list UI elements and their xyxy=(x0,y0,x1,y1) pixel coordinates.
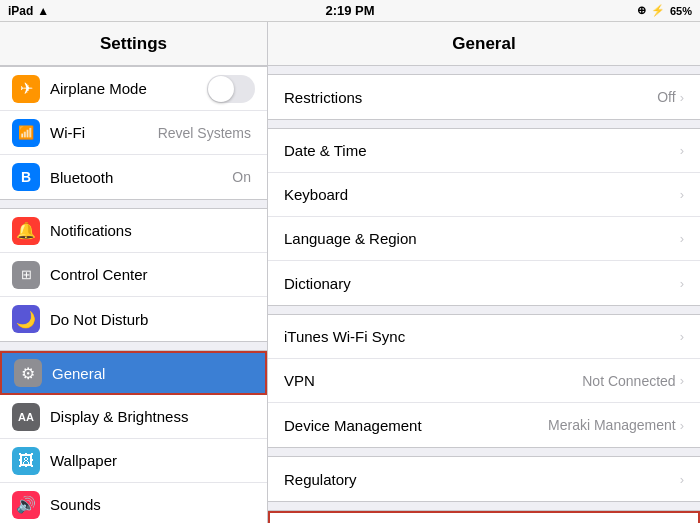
right-group-regulatory: Regulatory › xyxy=(268,456,700,502)
wifi-value: Revel Systems xyxy=(158,125,251,141)
dictionary-label: Dictionary xyxy=(284,275,680,292)
right-panel: Restrictions Off › Date & Time › Keyboar… xyxy=(268,66,700,523)
itunes-chevron: › xyxy=(680,329,684,344)
sidebar: ✈ Airplane Mode 📶 Wi-Fi Revel Systems B … xyxy=(0,66,268,523)
keyboard-label: Keyboard xyxy=(284,186,680,203)
airplane-icon: ✈ xyxy=(12,75,40,103)
datetime-label: Date & Time xyxy=(284,142,680,159)
toggle-knob xyxy=(208,76,234,102)
right-item-language[interactable]: Language & Region › xyxy=(268,217,700,261)
wifi-label: Wi-Fi xyxy=(50,124,158,141)
bluetooth-label: Bluetooth xyxy=(50,169,232,186)
sidebar-item-sounds[interactable]: 🔊 Sounds xyxy=(0,483,267,523)
right-item-itunes[interactable]: iTunes Wi-Fi Sync › xyxy=(268,315,700,359)
controlcenter-icon: ⊞ xyxy=(12,261,40,289)
general-header: General xyxy=(268,22,700,65)
sidebar-group-connectivity: ✈ Airplane Mode 📶 Wi-Fi Revel Systems B … xyxy=(0,66,267,200)
wallpaper-icon: 🖼 xyxy=(12,447,40,475)
sidebar-group-notifications: 🔔 Notifications ⊞ Control Center 🌙 Do No… xyxy=(0,208,267,342)
right-item-datetime[interactable]: Date & Time › xyxy=(268,129,700,173)
airplane-toggle[interactable] xyxy=(207,75,255,103)
regulatory-label: Regulatory xyxy=(284,471,680,488)
wifi-icon: ▲ xyxy=(37,4,49,18)
right-group-restrictions: Restrictions Off › xyxy=(268,74,700,120)
devicemgmt-label: Device Management xyxy=(284,417,548,434)
vpn-value: Not Connected xyxy=(582,373,675,389)
battery-icon: ⚡ xyxy=(651,4,665,17)
sidebar-item-airplane[interactable]: ✈ Airplane Mode xyxy=(0,67,267,111)
controlcenter-label: Control Center xyxy=(50,266,255,283)
display-icon: AA xyxy=(12,403,40,431)
status-time: 2:19 PM xyxy=(325,3,374,18)
location-icon: ⊕ xyxy=(637,4,646,17)
header-row: Settings General xyxy=(0,22,700,66)
right-item-keyboard[interactable]: Keyboard › xyxy=(268,173,700,217)
right-item-devicemgmt[interactable]: Device Management Meraki Management › xyxy=(268,403,700,447)
wifi-item-icon: 📶 xyxy=(12,119,40,147)
display-label: Display & Brightness xyxy=(50,408,255,425)
main-content: ✈ Airplane Mode 📶 Wi-Fi Revel Systems B … xyxy=(0,66,700,523)
right-item-vpn[interactable]: VPN Not Connected › xyxy=(268,359,700,403)
restrictions-chevron: › xyxy=(680,90,684,105)
vpn-chevron: › xyxy=(680,373,684,388)
right-group-itunes: iTunes Wi-Fi Sync › VPN Not Connected › … xyxy=(268,314,700,448)
itunes-label: iTunes Wi-Fi Sync xyxy=(284,328,680,345)
sidebar-item-display[interactable]: AA Display & Brightness xyxy=(0,395,267,439)
status-left: iPad ▲ xyxy=(8,4,49,18)
sidebar-item-wallpaper[interactable]: 🖼 Wallpaper xyxy=(0,439,267,483)
restrictions-label: Restrictions xyxy=(284,89,657,106)
regulatory-chevron: › xyxy=(680,472,684,487)
language-label: Language & Region xyxy=(284,230,680,247)
language-chevron: › xyxy=(680,231,684,246)
sidebar-item-notifications[interactable]: 🔔 Notifications xyxy=(0,209,267,253)
sounds-label: Sounds xyxy=(50,496,255,513)
airplane-label: Airplane Mode xyxy=(50,80,207,97)
devicemgmt-chevron: › xyxy=(680,418,684,433)
sounds-icon: 🔊 xyxy=(12,491,40,519)
vpn-label: VPN xyxy=(284,372,582,389)
bluetooth-value: On xyxy=(232,169,251,185)
general-label: General xyxy=(52,365,253,382)
sidebar-item-general[interactable]: ⚙ General xyxy=(0,351,267,395)
sidebar-item-donotdisturb[interactable]: 🌙 Do Not Disturb xyxy=(0,297,267,341)
sidebar-item-controlcenter[interactable]: ⊞ Control Center xyxy=(0,253,267,297)
notifications-icon: 🔔 xyxy=(12,217,40,245)
status-bar: iPad ▲ 2:19 PM ⊕ ⚡ 65% xyxy=(0,0,700,22)
ipad-label: iPad xyxy=(8,4,33,18)
settings-header: Settings xyxy=(0,22,268,65)
right-item-reset[interactable]: Reset › xyxy=(268,511,700,523)
sidebar-item-wifi[interactable]: 📶 Wi-Fi Revel Systems xyxy=(0,111,267,155)
sidebar-item-bluetooth[interactable]: B Bluetooth On xyxy=(0,155,267,199)
donotdisturb-label: Do Not Disturb xyxy=(50,311,255,328)
bluetooth-icon: B xyxy=(12,163,40,191)
right-group-reset: Reset › xyxy=(268,510,700,523)
devicemgmt-value: Meraki Management xyxy=(548,417,676,433)
wallpaper-label: Wallpaper xyxy=(50,452,255,469)
right-item-restrictions[interactable]: Restrictions Off › xyxy=(268,75,700,119)
donotdisturb-icon: 🌙 xyxy=(12,305,40,333)
battery-percent: 65% xyxy=(670,5,692,17)
status-right: ⊕ ⚡ 65% xyxy=(637,4,692,17)
restrictions-value: Off xyxy=(657,89,675,105)
right-group-datetime: Date & Time › Keyboard › Language & Regi… xyxy=(268,128,700,306)
datetime-chevron: › xyxy=(680,143,684,158)
keyboard-chevron: › xyxy=(680,187,684,202)
general-icon: ⚙ xyxy=(14,359,42,387)
dictionary-chevron: › xyxy=(680,276,684,291)
sidebar-group-general: ⚙ General AA Display & Brightness 🖼 Wall… xyxy=(0,350,267,523)
right-item-regulatory[interactable]: Regulatory › xyxy=(268,457,700,501)
notifications-label: Notifications xyxy=(50,222,255,239)
right-item-dictionary[interactable]: Dictionary › xyxy=(268,261,700,305)
